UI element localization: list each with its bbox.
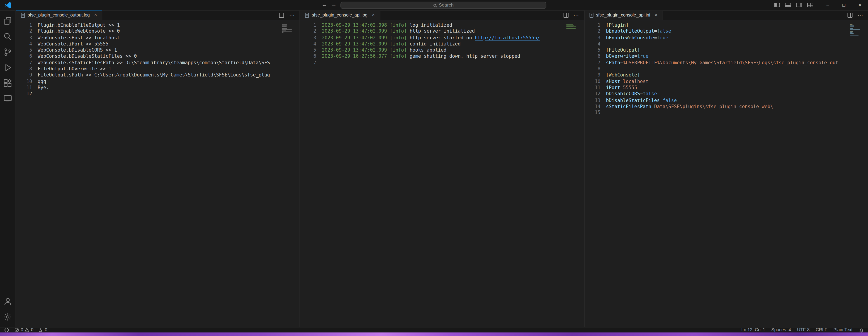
forward-icon[interactable]: → — [331, 2, 336, 8]
close-tab-icon[interactable]: × — [372, 13, 375, 18]
status-bar: 0 0 0 Ln 12, Col 1 Spaces: 4 UTF-8 CRLF … — [0, 327, 868, 332]
minimap[interactable] — [282, 22, 293, 327]
tab-output-log[interactable]: sfse_plugin_console_output.log × — [16, 11, 103, 20]
account-icon[interactable] — [0, 294, 16, 309]
editor-group-3: sfse_plugin_console_api.ini × ⋯ 12345678… — [584, 11, 868, 327]
split-editor-icon[interactable] — [563, 13, 568, 18]
editor-area: sfse_plugin_console_output.log × ⋯ 12345… — [16, 11, 868, 327]
split-editor-icon[interactable] — [279, 13, 284, 18]
editor-group-1: sfse_plugin_console_output.log × ⋯ 12345… — [16, 11, 300, 327]
notifications-bell-icon[interactable] — [859, 327, 864, 333]
ports-indicator[interactable]: 0 — [38, 328, 47, 332]
split-editor-icon[interactable] — [847, 13, 852, 18]
close-tab-icon[interactable]: × — [655, 13, 657, 18]
vscode-logo-icon — [4, 1, 12, 8]
toggle-sidebar-icon[interactable] — [774, 3, 780, 7]
explorer-icon[interactable] — [0, 13, 16, 29]
remote-indicator[interactable] — [4, 327, 9, 333]
editor-output-log[interactable]: 123456789101112 Plugin.bEnableFileOutput… — [16, 21, 300, 327]
editor-api-log[interactable]: 1234567 2023-09-29 13:47:02.098 [info] l… — [300, 21, 584, 327]
indentation[interactable]: Spaces: 4 — [771, 328, 791, 332]
editor-api-ini[interactable]: 123456789101112131415 [Plugin]bEnableFil… — [584, 21, 868, 327]
toggle-panel-icon[interactable] — [785, 3, 791, 7]
close-tab-icon[interactable]: × — [94, 13, 97, 18]
file-icon — [305, 13, 309, 18]
language-mode[interactable]: Plain Text — [833, 328, 852, 332]
line-numbers: 123456789101112 — [16, 22, 38, 327]
warning-count: 0 — [31, 328, 33, 332]
tab-label: sfse_plugin_console_api.log — [312, 13, 368, 18]
cursor-position[interactable]: Ln 12, Col 1 — [741, 328, 765, 332]
tab-bar-3: sfse_plugin_console_api.ini × ⋯ — [584, 11, 868, 21]
toggle-secondary-sidebar-icon[interactable] — [796, 3, 802, 7]
minimap[interactable] — [850, 22, 862, 327]
minimize-button[interactable]: – — [820, 0, 836, 10]
ports-icon — [38, 328, 43, 332]
tab-label: sfse_plugin_console_api.ini — [596, 13, 650, 18]
file-icon — [21, 13, 25, 18]
tab-api-log[interactable]: sfse_plugin_console_api.log × — [300, 11, 380, 20]
remote-explorer-icon[interactable] — [0, 91, 16, 107]
settings-gear-icon[interactable] — [0, 309, 16, 325]
ports-count: 0 — [45, 328, 47, 332]
file-icon — [589, 13, 593, 18]
line-numbers: 123456789101112131415 — [584, 22, 606, 327]
error-count: 0 — [21, 328, 23, 332]
more-actions-icon[interactable]: ⋯ — [289, 12, 294, 18]
maximize-button[interactable]: □ — [836, 0, 852, 10]
editor-group-2: sfse_plugin_console_api.log × ⋯ 1234567 … — [300, 11, 584, 327]
minimap[interactable] — [566, 22, 577, 327]
search-box[interactable]: Search — [340, 1, 546, 8]
search-placeholder: Search — [439, 2, 454, 8]
close-window-button[interactable]: × — [852, 0, 868, 10]
eol-sequence[interactable]: CRLF — [816, 328, 827, 332]
back-icon[interactable]: ← — [322, 2, 327, 8]
line-numbers: 1234567 — [300, 22, 322, 327]
tab-api-ini[interactable]: sfse_plugin_console_api.ini × — [584, 11, 663, 20]
title-bar: ← → Search – □ × — [0, 0, 868, 11]
extensions-icon[interactable] — [0, 75, 16, 91]
code-content[interactable]: 2023-09-29 13:47:02.098 [info] log initi… — [322, 22, 566, 327]
warning-icon — [25, 328, 30, 332]
error-icon — [14, 328, 20, 332]
code-content[interactable]: Plugin.bEnableFileOutput >> 1Plugin.bEna… — [38, 22, 282, 327]
code-content[interactable]: [Plugin]bEnableFileOutput=falsebEnableWe… — [606, 22, 850, 327]
search-sidebar-icon[interactable] — [0, 29, 16, 44]
taskbar-accent-strip — [0, 332, 868, 336]
tab-bar-1: sfse_plugin_console_output.log × ⋯ — [16, 11, 300, 21]
encoding[interactable]: UTF-8 — [797, 328, 810, 332]
vscode-window: ← → Search – □ × — [0, 0, 868, 336]
activity-bar — [0, 11, 16, 327]
tab-bar-2: sfse_plugin_console_api.log × ⋯ — [300, 11, 584, 21]
more-actions-icon[interactable]: ⋯ — [857, 12, 863, 18]
problems-indicator[interactable]: 0 0 — [14, 328, 33, 332]
tab-label: sfse_plugin_console_output.log — [28, 13, 90, 18]
customize-layout-icon[interactable] — [807, 3, 813, 7]
source-control-icon[interactable] — [0, 44, 16, 60]
more-actions-icon[interactable]: ⋯ — [573, 12, 579, 18]
run-debug-icon[interactable] — [0, 60, 16, 75]
search-icon — [433, 4, 436, 6]
